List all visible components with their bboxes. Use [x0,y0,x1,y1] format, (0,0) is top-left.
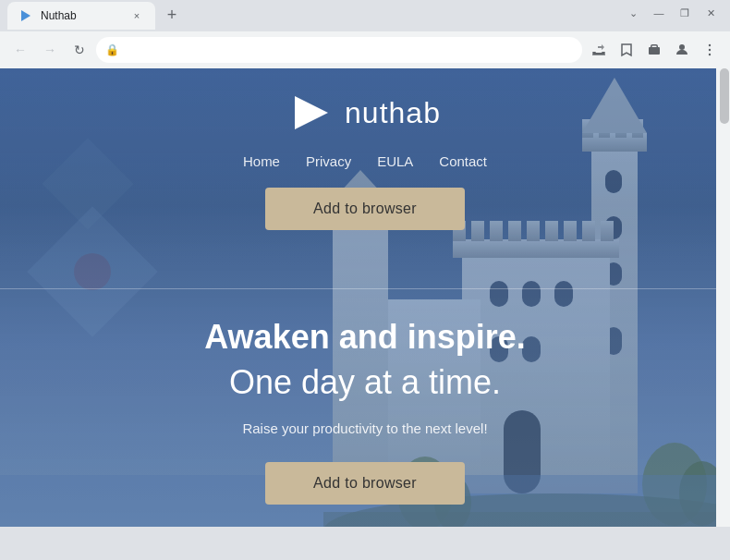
hero-description: Raise your productivity to the next leve… [242,420,487,436]
title-bar: Nuthab × + ⌄ — ❐ ✕ [0,0,730,31]
site-header: nuthab Home Privacy EULA Contact Add to … [0,68,730,230]
svg-point-1 [679,44,685,50]
hero-title-regular: One day at a time. [229,363,501,402]
scrollbar[interactable] [716,68,730,527]
logo-icon [289,91,334,135]
window-controls: ⌄ — ❐ ✕ [621,3,723,23]
logo-text: nuthab [345,96,441,130]
minimize-button[interactable]: — [647,3,671,23]
share-button[interactable] [586,37,612,63]
nav-contact[interactable]: Contact [439,153,487,169]
address-bar[interactable]: 🔒 [96,37,582,63]
nav-eula[interactable]: EULA [377,153,413,169]
hero-section: Awaken and inspire. One day at a time. R… [0,288,730,505]
forward-button[interactable]: → [37,37,63,63]
nav-actions [586,37,723,63]
chevron-button[interactable]: ⌄ [621,3,645,23]
bookmark-button[interactable] [614,37,639,63]
back-button[interactable]: ← [7,37,33,63]
tab-favicon [18,8,33,23]
navigation-bar: ← → ↻ 🔒 [0,31,730,68]
hero-title-bold: Awaken and inspire. [204,316,525,359]
svg-rect-21 [453,239,619,258]
scrollbar-thumb[interactable] [720,68,729,124]
svg-point-2 [709,44,711,46]
profile-button[interactable] [669,37,695,63]
logo-area: nuthab [289,91,441,135]
tab-group: Nuthab × + [7,2,617,30]
svg-point-3 [709,49,711,51]
site-nav: Home Privacy EULA Contact [243,153,487,169]
menu-button[interactable] [697,37,723,63]
extensions-button[interactable] [641,37,667,63]
add-to-browser-button-top[interactable]: Add to browser [265,188,465,230]
active-tab[interactable]: Nuthab × [7,2,155,30]
page-content: nuthab Home Privacy EULA Contact Add to … [0,68,730,527]
svg-point-7 [74,253,111,290]
maximize-button[interactable]: ❐ [673,3,697,23]
lock-icon: 🔒 [105,43,119,56]
close-button[interactable]: ✕ [699,3,723,23]
browser-window: Nuthab × + ⌄ — ❐ ✕ ← → ↻ 🔒 [0,0,730,527]
svg-marker-0 [21,10,30,21]
svg-marker-53 [295,96,328,129]
tab-title: Nuthab [41,9,77,22]
new-tab-button[interactable]: + [159,2,185,28]
tab-close-button[interactable]: × [129,8,144,23]
add-to-browser-button-bottom[interactable]: Add to browser [265,462,465,505]
nav-home[interactable]: Home [243,153,280,169]
reload-button[interactable]: ↻ [67,37,92,63]
nav-privacy[interactable]: Privacy [306,153,351,169]
svg-point-4 [709,54,711,55]
